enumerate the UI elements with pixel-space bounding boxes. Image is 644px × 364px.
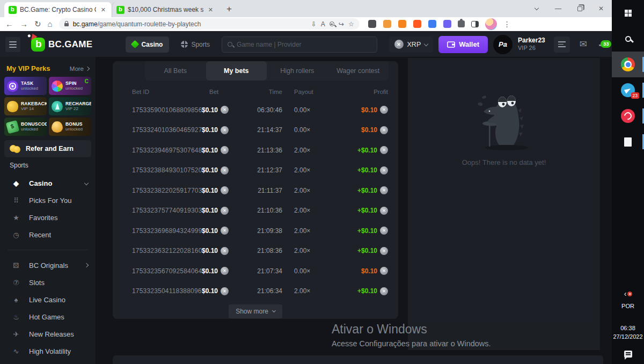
tab-close-icon[interactable]: ✕ xyxy=(99,6,107,14)
bcgame-logo[interactable]: BC.GAME xyxy=(31,38,92,52)
sidebar-item-bc-originals[interactable]: ⚄BC Originals xyxy=(0,257,96,274)
flame-extension[interactable] xyxy=(413,20,421,28)
show-more-button[interactable]: Show more xyxy=(229,304,282,318)
tab-my-bets[interactable]: My bets xyxy=(206,61,267,81)
game-search[interactable] xyxy=(222,37,377,53)
perks-more-link[interactable]: More xyxy=(70,65,89,72)
search-input[interactable] xyxy=(237,41,371,48)
translate-icon[interactable]: A xyxy=(321,20,325,28)
taskbar-notepad[interactable] xyxy=(612,129,644,155)
browser-tab[interactable]: $10,000 Christmas week special✕ xyxy=(112,2,219,17)
bet-amount: $0.10✕ xyxy=(202,267,247,275)
install-app-icon[interactable]: ⇩ xyxy=(311,20,317,28)
empty-state-panel: Oops! There is no data yet! xyxy=(408,58,600,350)
adguard-shield-extension[interactable] xyxy=(428,20,436,28)
back-button[interactable]: ← xyxy=(5,20,13,28)
minimize-button[interactable]: — xyxy=(547,0,569,17)
taskbar-search-button[interactable] xyxy=(612,26,644,52)
sidebar-item-label: Casino xyxy=(29,179,76,187)
perk-card-recharge[interactable]: RECHARGEVIP 22 xyxy=(49,97,91,115)
bet-amount: $0.10✕ xyxy=(202,126,247,134)
language-indicator[interactable]: POR xyxy=(621,302,634,310)
nav-casino-button[interactable]: Casino xyxy=(126,37,169,53)
user-avatar[interactable]: Pa xyxy=(493,35,513,54)
new-tab-button[interactable]: + xyxy=(222,2,236,16)
nav-sports-button[interactable]: Sports xyxy=(174,37,216,53)
forward-button[interactable]: → xyxy=(20,20,28,28)
perk-text: SPINunlocked xyxy=(65,81,83,91)
sidebar-item-live-casino[interactable]: ♠Live Casino xyxy=(0,291,96,308)
browser-tab[interactable]: BC.Game: Crypto Casino Games✕ xyxy=(4,2,112,17)
tab-search-button[interactable] xyxy=(526,0,547,17)
bookmark-star-icon[interactable]: ☆ xyxy=(348,20,354,28)
sidebar-item-slots[interactable]: ⑦Slots xyxy=(0,274,96,291)
extensions-puzzle-icon[interactable] xyxy=(458,20,465,27)
tab-high-rollers[interactable]: High rollers xyxy=(267,61,328,81)
metamask-extension[interactable] xyxy=(398,20,406,28)
lower-panel xyxy=(408,323,600,350)
perk-card-rakeback[interactable]: RAKEBACKVIP 14 xyxy=(4,97,47,115)
sidebar-item-label: BC Originals xyxy=(29,261,76,270)
sidebar-item-hot-games[interactable]: ♨Hot Games xyxy=(0,308,96,325)
perk-card-task[interactable]: TASKunlocked xyxy=(4,77,47,95)
bet-profit: +$0.10✕ xyxy=(333,227,388,235)
action-center-icon[interactable] xyxy=(624,351,632,358)
wallet-button[interactable]: Wallet xyxy=(438,36,488,53)
bet-id: 1753323822025917703 xyxy=(132,187,202,194)
chevron-down-icon xyxy=(424,41,428,46)
bcgame-favicon xyxy=(9,6,17,14)
perk-grid: TASKunlockedSPINunlockedCRAKEBACKVIP 14R… xyxy=(0,77,96,136)
bet-payout: 2.00× xyxy=(282,207,333,214)
refer-and-earn-button[interactable]: Refer and Earn xyxy=(4,140,91,157)
address-bar[interactable]: bc.game/game/quantum-roulette-by-playtec… xyxy=(59,18,360,30)
xrp-coin-icon: ✕ xyxy=(380,166,388,174)
sidebar-item-high-volatility[interactable]: ∿High Volatility xyxy=(0,343,96,360)
browser-menu-icon[interactable]: ⋮ xyxy=(503,20,511,28)
hidden-icons-chevron[interactable]: ‹ xyxy=(624,289,627,298)
cursor-extension[interactable] xyxy=(443,20,451,28)
tab-wager-contest[interactable]: Wager contest xyxy=(328,61,389,81)
sidebar-item-new-releases[interactable]: ✈New Releases xyxy=(0,325,96,343)
bets-panel: All BetsMy betsHigh rollersWager contest… xyxy=(113,61,398,319)
bet-profit: $0.10✕ xyxy=(333,106,388,114)
xrp-coin-icon: ✕ xyxy=(380,287,388,295)
share-icon[interactable]: ↪ xyxy=(339,20,344,28)
side-panel-icon[interactable] xyxy=(471,21,479,27)
tab-close-icon[interactable]: ✕ xyxy=(207,6,215,14)
bet-payout: 2.00× xyxy=(282,187,333,194)
perk-card-bonuscode[interactable]: BONUSCODEunlocked xyxy=(4,118,47,136)
restore-button[interactable] xyxy=(569,0,590,17)
persona-extension[interactable] xyxy=(383,20,391,28)
zoom-out-icon[interactable] xyxy=(330,21,334,26)
home-button[interactable]: ⌂ xyxy=(48,20,53,28)
sidebar-item-label: New Releases xyxy=(29,330,88,338)
url-path: /game/quantum-roulette-by-playtech xyxy=(98,20,201,28)
empty-state-message: Oops! There is no data yet! xyxy=(462,158,546,166)
close-button[interactable]: ✕ xyxy=(590,0,612,17)
nav-casino-label: Casino xyxy=(141,41,163,48)
taskbar-media-app[interactable] xyxy=(612,103,644,129)
bet-payout: 2.00× xyxy=(282,166,333,174)
betslip-button[interactable] xyxy=(554,37,570,53)
browser-profile-avatar[interactable] xyxy=(485,18,497,30)
sidebar-item-favorites[interactable]: ★Favorites xyxy=(0,209,96,226)
perk-card-spin[interactable]: SPINunlockedC xyxy=(49,77,91,95)
taskbar-start-button[interactable] xyxy=(612,0,644,26)
sidebar-item-picks-for-you[interactable]: ⠿Picks For You xyxy=(0,192,96,209)
hamburger-menu-button[interactable] xyxy=(5,37,20,52)
sidebar-item-feature-buy-in[interactable]: ◈Feature Buy-in xyxy=(0,360,96,364)
perk-card-bonus[interactable]: BONUSunlocked xyxy=(49,118,91,136)
taskbar-chrome[interactable] xyxy=(612,52,644,77)
reload-button[interactable]: ↻ xyxy=(34,20,41,28)
capture-extension[interactable] xyxy=(368,20,376,28)
tab-all-bets[interactable]: All Bets xyxy=(145,61,206,81)
bet-profit: +$0.10✕ xyxy=(333,166,388,174)
start-button-icon xyxy=(625,10,632,17)
sidebar-item-recent[interactable]: ◷Recent xyxy=(0,226,96,243)
column-bet-id: Bet ID xyxy=(132,89,202,95)
taskbar-clock[interactable]: 06:38 27/12/2022 xyxy=(613,324,642,341)
sidebar-item-casino[interactable]: ◆Casino xyxy=(0,174,96,192)
taskbar-telegram[interactable]: 23 xyxy=(612,77,644,103)
mail-icon[interactable]: ✉ xyxy=(580,39,587,50)
currency-selector[interactable]: ✕ XRP xyxy=(389,37,434,53)
